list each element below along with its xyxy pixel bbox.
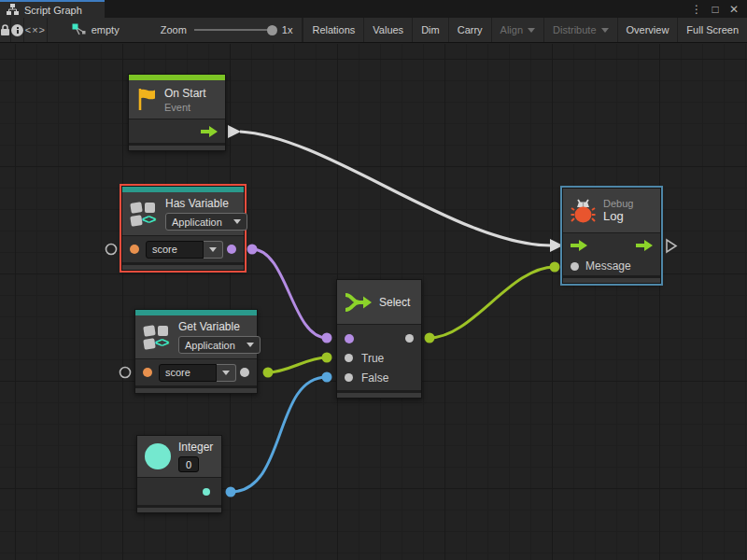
chevron-down-icon bbox=[209, 247, 217, 252]
node-select[interactable]: Select True False bbox=[336, 279, 422, 399]
overview-button[interactable]: Overview bbox=[618, 18, 679, 42]
node-subtitle: Event bbox=[164, 102, 206, 113]
wire-hasvariable-to-select bbox=[252, 249, 327, 338]
variable-name-value: score bbox=[159, 364, 217, 382]
variable-scope-value: Application bbox=[185, 340, 235, 351]
zoom-slider-handle[interactable] bbox=[267, 25, 277, 35]
variable-name-port[interactable] bbox=[130, 245, 139, 254]
node-on-start[interactable]: On Start Event bbox=[128, 74, 226, 151]
node-title: On Start bbox=[164, 87, 206, 100]
variable-scope-dropdown[interactable]: Application bbox=[165, 213, 247, 231]
menu-icon[interactable]: ⋮ bbox=[689, 3, 704, 16]
tab-script-graph[interactable]: Script Graph bbox=[0, 0, 105, 18]
close-icon[interactable]: ✕ bbox=[726, 3, 741, 16]
graph-pointer-indicator: empty bbox=[61, 18, 131, 42]
title-bar: Script Graph ⋮ □ ✕ bbox=[0, 0, 747, 18]
bug-icon bbox=[571, 199, 596, 223]
integer-icon bbox=[145, 443, 171, 469]
chevron-down-icon bbox=[233, 219, 241, 224]
variable-icon: <> bbox=[143, 325, 171, 350]
zoom-label: Zoom bbox=[161, 24, 187, 35]
lock-button[interactable] bbox=[0, 18, 11, 42]
flag-icon bbox=[136, 87, 157, 112]
graph-pointer-label: empty bbox=[92, 24, 120, 35]
node-title: Get Variable bbox=[178, 320, 261, 333]
zoom-control: Zoom 1x bbox=[151, 18, 303, 42]
wire-onstart-to-debuglog bbox=[240, 132, 551, 245]
value-output-port[interactable] bbox=[203, 488, 210, 496]
chevron-down-icon bbox=[247, 343, 254, 347]
result-output-port[interactable] bbox=[227, 245, 236, 254]
wire-integer-to-select-false bbox=[231, 377, 327, 492]
node-get-variable[interactable]: <> Get Variable Application score bbox=[134, 309, 258, 394]
script-graph-window: Script Graph ⋮ □ ✕ <×> bbox=[0, 0, 747, 560]
chevron-down-icon bbox=[222, 371, 230, 375]
node-footer bbox=[337, 390, 421, 398]
port-label: False bbox=[361, 371, 388, 385]
node-category: Debug bbox=[603, 198, 633, 209]
node-footer bbox=[129, 143, 225, 150]
port-label: True bbox=[361, 352, 384, 365]
node-footer bbox=[122, 262, 244, 270]
variable-icon: <> bbox=[130, 202, 158, 227]
variable-name-dropdown[interactable]: score bbox=[146, 241, 223, 259]
flow-arrowhead bbox=[228, 125, 241, 138]
toolbar: <×> empty Zoom 1x Relations Values D bbox=[0, 18, 747, 43]
info-button[interactable] bbox=[11, 18, 24, 42]
node-footer bbox=[137, 505, 221, 512]
code-toggle-icon: <×> bbox=[25, 24, 46, 35]
variable-name-value: score bbox=[146, 241, 204, 259]
value-output-port[interactable] bbox=[240, 368, 249, 377]
node-debug-log[interactable]: Debug Log Message bbox=[562, 188, 661, 284]
tab-title: Script Graph bbox=[24, 5, 82, 16]
node-title: Has Variable bbox=[165, 197, 247, 210]
unconnected-flow-triangle bbox=[667, 240, 676, 252]
merge-arrow-icon bbox=[345, 292, 373, 313]
node-title: Select bbox=[379, 296, 410, 309]
condition-input-port[interactable] bbox=[345, 334, 354, 343]
full-screen-button[interactable]: Full Screen bbox=[678, 18, 747, 42]
graph-icon bbox=[7, 4, 19, 16]
variable-scope-value: Application bbox=[172, 217, 222, 228]
selection-output-port[interactable] bbox=[405, 334, 414, 343]
align-dropdown[interactable]: Align bbox=[492, 18, 544, 42]
wire-select-to-debuglog-message bbox=[430, 267, 555, 338]
flow-arrowhead bbox=[550, 239, 563, 252]
maximize-icon[interactable]: □ bbox=[708, 3, 723, 16]
node-has-variable[interactable]: <> Has Variable Application score bbox=[121, 186, 245, 271]
flow-input-port[interactable] bbox=[571, 240, 587, 251]
integer-value-input[interactable]: 0 bbox=[178, 456, 199, 472]
flow-output-port[interactable] bbox=[636, 240, 653, 251]
variable-scope-dropdown[interactable]: Application bbox=[178, 336, 261, 354]
zoom-value: 1x bbox=[282, 24, 293, 35]
variable-name-dropdown[interactable]: score bbox=[159, 364, 236, 382]
graph-canvas[interactable]: On Start Event <> bbox=[0, 44, 747, 560]
unconnected-port-circle bbox=[120, 368, 131, 378]
distribute-dropdown[interactable]: Distribute bbox=[544, 18, 617, 42]
wire-getvariable-to-select-true bbox=[268, 357, 327, 372]
port-label: Message bbox=[585, 259, 631, 273]
info-icon bbox=[11, 24, 23, 36]
chevron-down-icon bbox=[528, 28, 535, 33]
zoom-slider[interactable] bbox=[194, 29, 275, 31]
chevron-down-icon bbox=[601, 28, 609, 33]
flow-output-port[interactable] bbox=[201, 126, 218, 137]
false-input-port[interactable] bbox=[345, 373, 353, 382]
node-footer bbox=[135, 385, 257, 393]
code-toggle-button[interactable]: <×> bbox=[24, 18, 48, 42]
values-button[interactable]: Values bbox=[364, 18, 413, 42]
graph-pointer-icon bbox=[72, 23, 86, 36]
node-title: Log bbox=[603, 209, 633, 223]
message-input-port[interactable] bbox=[571, 262, 579, 271]
dim-button[interactable]: Dim bbox=[413, 18, 449, 42]
node-title: Integer bbox=[178, 441, 213, 454]
lock-icon bbox=[0, 24, 10, 36]
unconnected-port-circle bbox=[106, 245, 117, 255]
node-footer bbox=[563, 275, 660, 283]
true-input-port[interactable] bbox=[345, 354, 353, 362]
variable-name-port[interactable] bbox=[143, 368, 152, 377]
carry-button[interactable]: Carry bbox=[449, 18, 492, 42]
relations-button[interactable]: Relations bbox=[303, 18, 364, 42]
node-integer[interactable]: Integer 0 bbox=[136, 435, 222, 513]
